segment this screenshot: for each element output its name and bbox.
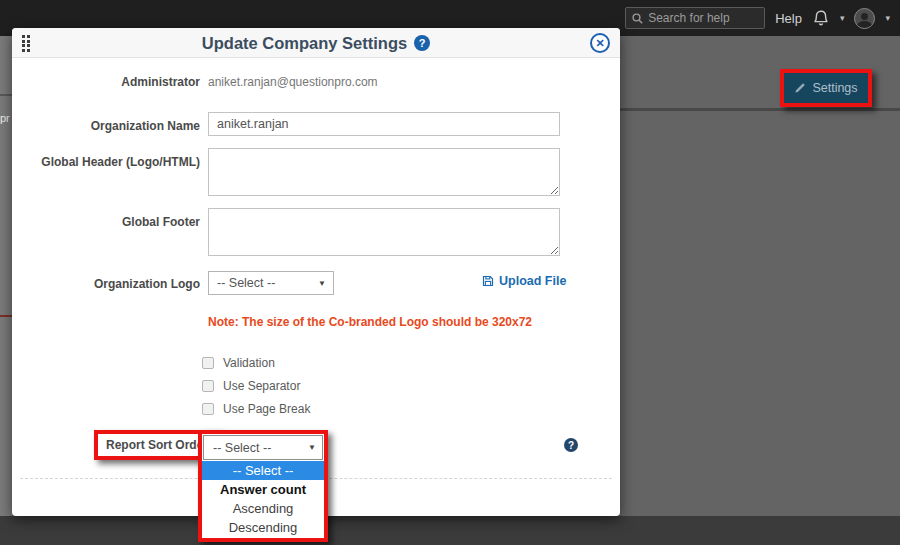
clipped-page-text: pr [0, 112, 10, 124]
global-footer-label: Global Footer [12, 215, 200, 229]
option-ascending[interactable]: Ascending [202, 499, 324, 518]
chevron-down-icon: ▼ [308, 443, 316, 452]
organization-logo-label: Organization Logo [12, 277, 200, 291]
use-page-break-checkbox-row[interactable]: Use Page Break [202, 402, 310, 416]
report-sort-order-select[interactable]: -- Select -- ▼ [203, 435, 323, 460]
use-separator-checkbox[interactable] [202, 380, 214, 392]
option-group-answer-count[interactable]: Answer count [202, 480, 324, 499]
avatar-bust [857, 21, 872, 29]
close-icon[interactable]: ✕ [590, 33, 610, 53]
dialog-header: Update Company Settings ? ✕ [12, 28, 620, 58]
organization-logo-selected-value: -- Select -- [217, 276, 275, 290]
organization-name-label: Organization Name [12, 119, 200, 133]
settings-button[interactable]: Settings [784, 73, 868, 103]
notifications-caret-icon[interactable]: ▾ [840, 14, 845, 23]
upload-file-label: Upload File [499, 274, 566, 288]
report-sort-order-option-list: -- Select -- Answer count Ascending Desc… [202, 461, 324, 538]
upload-file-link[interactable]: Upload File [482, 274, 566, 288]
use-separator-checkbox-row[interactable]: Use Separator [202, 379, 300, 393]
organization-logo-select[interactable]: -- Select -- ▼ [208, 271, 334, 295]
pencil-icon [794, 82, 806, 94]
report-sort-order-selected-value: -- Select -- [213, 441, 271, 455]
settings-button-annotation: Settings [780, 69, 872, 107]
help-link[interactable]: Help [775, 11, 802, 26]
global-header-label: Global Header (Logo/HTML) [12, 155, 200, 169]
global-header-textarea[interactable] [208, 148, 560, 196]
use-page-break-checkbox[interactable] [202, 403, 214, 415]
account-caret-icon[interactable]: ▾ [885, 14, 890, 23]
update-company-settings-dialog: Update Company Settings ? ✕ Administrato… [12, 28, 620, 516]
global-footer-textarea[interactable] [208, 208, 560, 256]
validation-checkbox-label: Validation [223, 356, 275, 370]
logo-size-note: Note: The size of the Co-branded Logo sh… [208, 315, 532, 329]
administrator-value: aniket.ranjan@questionpro.com [208, 75, 378, 89]
validation-checkbox[interactable] [202, 357, 214, 369]
search-icon [632, 13, 643, 24]
top-bar-actions: Help ▾ ▾ [625, 0, 890, 36]
report-sort-order-help-icon[interactable]: ? [564, 438, 578, 452]
use-separator-checkbox-label: Use Separator [223, 379, 300, 393]
upload-file-icon [482, 275, 494, 287]
search-input[interactable] [648, 11, 758, 25]
avatar-head [861, 13, 868, 20]
chevron-down-icon: ▼ [318, 279, 326, 288]
report-sort-order-dropdown-annotation: -- Select -- ▼ -- Select -- Answer count… [198, 430, 328, 542]
option-descending[interactable]: Descending [202, 518, 324, 537]
use-page-break-checkbox-label: Use Page Break [223, 402, 310, 416]
dimmed-page-left-edge: pr [0, 36, 12, 516]
page-bottom-area [0, 516, 900, 545]
drag-handle-icon[interactable] [22, 35, 30, 52]
dialog-title: Update Company Settings [202, 34, 407, 53]
validation-checkbox-row[interactable]: Validation [202, 356, 275, 370]
notifications-bell-icon[interactable] [812, 9, 830, 28]
page-red-line [0, 315, 12, 317]
administrator-label: Administrator [12, 75, 200, 89]
page-divider-line [0, 94, 12, 96]
settings-button-label: Settings [812, 81, 857, 95]
page-section-divider [620, 108, 900, 111]
organization-name-input[interactable] [208, 112, 560, 136]
option-select[interactable]: -- Select -- [202, 461, 324, 480]
help-search-box[interactable] [625, 7, 765, 29]
title-help-icon[interactable]: ? [414, 35, 430, 51]
account-avatar-icon[interactable] [854, 8, 875, 29]
